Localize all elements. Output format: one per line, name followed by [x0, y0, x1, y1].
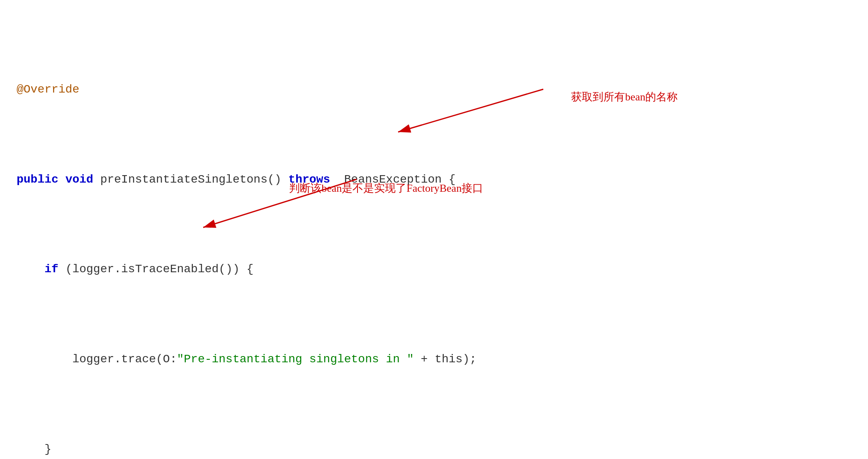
annotation-label-2: 判断该bean是不是实现了FactoryBean接口: [261, 162, 483, 216]
annotation-text-2: 判断该bean是不是实现了FactoryBean接口: [289, 182, 483, 194]
kw-void: void: [66, 173, 93, 186]
annotation-text-1: 获取到所有bean的名称: [571, 91, 678, 103]
method-name: preInstantiateSingletons(): [100, 173, 289, 186]
code-text: + this);: [414, 353, 477, 366]
code-line-4: logger.trace(O:"Pre-instantiating single…: [17, 350, 851, 368]
string-1: "Pre-instantiating singletons in ": [177, 353, 413, 366]
code-line-1: @Override: [17, 81, 851, 98]
code-line-5: }: [17, 440, 851, 458]
kw-if-1: if: [44, 263, 58, 276]
code-text: (logger.isTraceEnabled()) {: [58, 263, 253, 276]
kw-public: public: [17, 173, 58, 186]
code-container: @Override public void preInstantiateSing…: [0, 0, 868, 459]
code-line-3: if (logger.isTraceEnabled()) {: [17, 260, 851, 278]
annotation-label-1: 获取到所有bean的名称: [543, 71, 678, 125]
annotation-arrow-2: [0, 0, 868, 459]
annotation-override: @Override: [17, 83, 79, 96]
brace-1: }: [44, 443, 51, 456]
annotation-arrow-1: [0, 0, 868, 459]
code-text: logger.trace(O:: [72, 353, 177, 366]
